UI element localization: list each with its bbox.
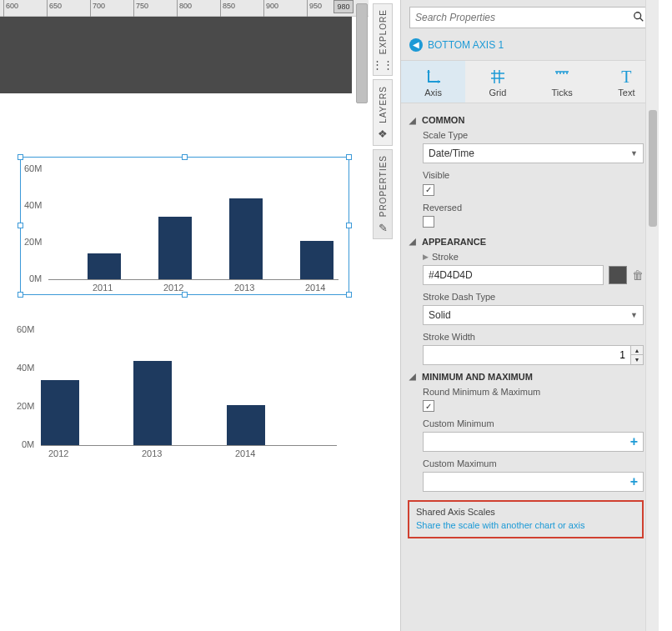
- group-common[interactable]: ◢COMMON: [409, 115, 644, 125]
- stroke-color-input[interactable]: #4D4D4D: [423, 265, 604, 285]
- stroke-width-input[interactable]: [423, 345, 631, 365]
- y-tick: 0M: [22, 439, 34, 449]
- resize-handle[interactable]: [346, 223, 352, 228]
- x-tick: 2012: [163, 283, 183, 293]
- y-tick: 40M: [17, 363, 34, 373]
- y-tick: 40M: [24, 200, 42, 210]
- chart-2[interactable]: 60M 40M 20M 0M 2012 2013 2014: [17, 318, 346, 462]
- y-tick: 0M: [29, 273, 42, 283]
- group-appearance[interactable]: ◢APPEARANCE: [409, 237, 644, 247]
- side-tab-strip: EXPLORE ⋮⋮ LAYERS ❖ PROPERTIES ✎: [371, 0, 394, 631]
- x-axis-line: [41, 445, 337, 446]
- ruler-tick: 600: [3, 0, 18, 17]
- plus-icon: +: [630, 474, 638, 489]
- grid-icon: [465, 68, 529, 86]
- round-label: Round Minimum & Maximum: [423, 387, 644, 397]
- resize-handle[interactable]: [346, 292, 352, 298]
- ruler-tick: 700: [90, 0, 105, 17]
- y-tick: 20M: [24, 237, 42, 247]
- bar: [300, 241, 333, 279]
- shared-axis-link[interactable]: Share the scale with another chart or ax…: [416, 520, 635, 530]
- reversed-checkbox[interactable]: [423, 216, 434, 228]
- explore-icon: ⋮⋮: [372, 59, 394, 70]
- y-tick: 60M: [17, 324, 34, 334]
- ruler-tick: 900: [263, 0, 278, 17]
- resize-handle[interactable]: [182, 154, 188, 160]
- pencil-icon: ✎: [379, 223, 388, 233]
- resize-handle[interactable]: [18, 154, 23, 160]
- resize-handle[interactable]: [18, 292, 23, 298]
- visible-checkbox[interactable]: ✓: [423, 184, 434, 196]
- collapse-icon: ◢: [409, 116, 419, 125]
- search-icon: [633, 11, 644, 25]
- dash-label: Stroke Dash Type: [423, 292, 644, 302]
- search-input[interactable]: [415, 12, 633, 23]
- resize-handle[interactable]: [18, 223, 23, 228]
- visible-label: Visible: [423, 170, 644, 180]
- ruler-tick: 800: [177, 0, 192, 17]
- spinner-down-icon[interactable]: ▼: [631, 355, 643, 364]
- y-tick: 20M: [17, 401, 34, 411]
- shared-label: Shared Axis Scales: [416, 507, 635, 517]
- back-icon[interactable]: ◀: [409, 38, 423, 52]
- canvas-scrollbar-track[interactable]: [354, 0, 370, 631]
- toolbar-text[interactable]: T Text: [594, 61, 659, 103]
- toolbar-axis[interactable]: Axis: [401, 61, 465, 103]
- resize-handle[interactable]: [182, 292, 188, 298]
- collapse-icon: ◢: [409, 372, 419, 381]
- trash-icon[interactable]: 🗑: [632, 268, 644, 282]
- toolbar-grid[interactable]: Grid: [465, 61, 529, 103]
- x-tick: 2011: [93, 283, 113, 293]
- header-placeholder: [0, 17, 352, 93]
- axis-icon: [401, 68, 465, 86]
- toolbar-ticks[interactable]: Ticks: [530, 61, 594, 103]
- breadcrumb[interactable]: ◀ BOTTOM AXIS 1: [401, 35, 659, 60]
- tab-explore[interactable]: EXPLORE ⋮⋮: [373, 3, 393, 76]
- dash-dropdown[interactable]: Solid▼: [423, 305, 644, 325]
- x-tick: 2013: [234, 283, 254, 293]
- bar: [88, 253, 121, 279]
- canvas-scrollbar-thumb[interactable]: [356, 3, 368, 103]
- custom-min-add[interactable]: +: [423, 432, 644, 452]
- round-checkbox[interactable]: ✓: [423, 400, 434, 412]
- custom-max-label: Custom Maximum: [423, 458, 644, 468]
- group-minmax[interactable]: ◢MINIMUM AND MAXIMUM: [409, 372, 644, 382]
- ruler-tick: 850: [220, 0, 235, 17]
- ruler-cursor[interactable]: 980: [333, 0, 354, 13]
- bar: [227, 405, 265, 445]
- svg-point-0: [634, 12, 641, 18]
- resize-handle[interactable]: [346, 154, 352, 160]
- toolbar-label: Text: [594, 88, 659, 98]
- stroke-swatch[interactable]: [609, 266, 627, 284]
- chevron-down-icon: ▼: [630, 311, 638, 319]
- ticks-icon: [530, 68, 594, 86]
- custom-max-add[interactable]: +: [423, 472, 644, 492]
- properties-panel: ◀ BOTTOM AXIS 1 Axis Grid Ticks T Text ◢…: [400, 0, 659, 631]
- tab-label: PROPERTIES: [379, 155, 388, 217]
- x-tick: 2014: [235, 448, 255, 458]
- spinner-up-icon[interactable]: ▲: [631, 346, 643, 355]
- stroke-label: ▶Stroke: [423, 252, 644, 262]
- tab-label: LAYERS: [379, 86, 388, 123]
- chart-1[interactable]: 60M 40M 20M 0M 2011 2012 2013 2014: [20, 157, 349, 295]
- search-input-wrapper[interactable]: [409, 7, 650, 28]
- canvas-area[interactable]: 600 650 700 750 800 850 900 950 980 60M …: [0, 0, 369, 631]
- stroke-width-spinner[interactable]: ▲▼: [631, 345, 644, 365]
- width-label: Stroke Width: [423, 332, 644, 342]
- layers-icon: ❖: [378, 128, 388, 139]
- svg-line-1: [640, 18, 644, 21]
- bar: [229, 198, 263, 279]
- expand-icon[interactable]: ▶: [423, 253, 429, 261]
- bar: [133, 361, 172, 445]
- x-tick: 2014: [305, 283, 325, 293]
- properties-scrollbar-thumb[interactable]: [649, 110, 657, 227]
- toolbar-label: Grid: [465, 88, 529, 98]
- axis-toolbar: Axis Grid Ticks T Text: [401, 60, 659, 103]
- tab-layers[interactable]: LAYERS ❖: [373, 79, 393, 146]
- ruler-tick: 650: [47, 0, 62, 17]
- tab-properties[interactable]: PROPERTIES ✎: [373, 149, 393, 238]
- scale-type-dropdown[interactable]: Date/Time▼: [423, 143, 644, 163]
- x-tick: 2012: [48, 448, 68, 458]
- plus-icon: +: [630, 434, 638, 449]
- bar: [158, 217, 192, 279]
